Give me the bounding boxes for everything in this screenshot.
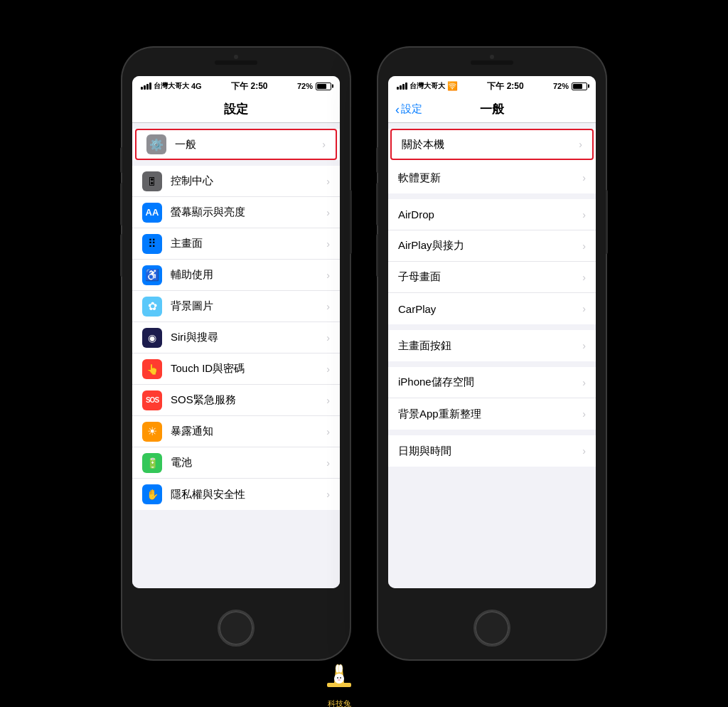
- section-inner-group2: 🎛 控制中心 › AA 螢幕顯示與亮度 › ⠿: [132, 166, 340, 510]
- settings-item-datetime[interactable]: 日期與時間 ›: [388, 435, 596, 467]
- battery-pct-2: 72%: [553, 82, 569, 90]
- chevron-home: ›: [326, 238, 330, 250]
- signal-bars-2: [397, 83, 407, 90]
- settings-content-2[interactable]: 關於本機 › 軟體更新 › AirDrop ›: [388, 123, 596, 588]
- battery-icon-2: [572, 83, 587, 90]
- settings-item-accessibility[interactable]: ♿ 輔助使用 ›: [132, 260, 340, 291]
- settings-item-airplay[interactable]: AirPlay與接力 ›: [388, 230, 596, 262]
- signal-bars-1: [141, 83, 151, 90]
- label-privacy: 隱私權與安全性: [171, 488, 322, 501]
- back-label-2: 設定: [401, 102, 422, 116]
- chevron-general: ›: [322, 139, 326, 150]
- chevron-airdrop: ›: [582, 209, 586, 220]
- status-right-2: 72%: [553, 82, 587, 90]
- chevron-carplay: ›: [582, 303, 586, 314]
- settings-item-wallpaper[interactable]: ✿ 背景圖片 ›: [132, 291, 340, 322]
- status-bar-2: 台灣大哥大 🛜 下午 2:50 72%: [388, 76, 596, 96]
- battery-body-2: [572, 83, 587, 90]
- icon-control-center: 🎛: [142, 171, 162, 191]
- settings-item-airdrop[interactable]: AirDrop ›: [388, 199, 596, 230]
- home-button-2[interactable]: [473, 610, 510, 647]
- phone-2-screen: 台灣大哥大 🛜 下午 2:50 72% ‹ 設定 一般: [388, 76, 596, 588]
- settings-item-pip[interactable]: 子母畫面 ›: [388, 262, 596, 293]
- chevron-touchid: ›: [326, 363, 330, 375]
- status-bar-1: 台灣大哥大 4G 下午 2:50 72%: [132, 76, 340, 96]
- section-inner-2-3: 主畫面按鈕 ›: [388, 330, 596, 361]
- volume-down-button: [120, 234, 122, 277]
- section-2-2: AirDrop › AirPlay與接力 › 子母畫面 › CarPlay ›: [388, 199, 596, 324]
- icon-general: ⚙️: [146, 134, 166, 154]
- signal-bar-2-1: [397, 87, 399, 90]
- signal-bar-3: [146, 84, 149, 90]
- chevron-cc: ›: [326, 176, 330, 187]
- icon-siri: ◉: [142, 328, 162, 348]
- battery-fill-1: [317, 84, 326, 89]
- status-left-1: 台灣大哥大 4G: [141, 81, 202, 91]
- settings-item-siri[interactable]: ◉ Siri與搜尋 ›: [132, 322, 340, 354]
- icon-display: AA: [142, 203, 162, 223]
- section-2-1: 關於本機 › 軟體更新 ›: [388, 129, 596, 193]
- signal-bar-2-4: [405, 83, 407, 90]
- settings-item-control-center[interactable]: 🎛 控制中心 ›: [132, 166, 340, 197]
- back-chevron-2: ‹: [395, 103, 400, 116]
- settings-item-display[interactable]: AA 螢幕顯示與亮度 ›: [132, 197, 340, 228]
- settings-item-about[interactable]: 關於本機 ›: [390, 129, 594, 160]
- label-exposure: 暴露通知: [171, 425, 322, 438]
- settings-item-home[interactable]: ⠿ 主畫面 ›: [132, 228, 340, 260]
- chevron-home-btn: ›: [582, 340, 586, 351]
- label-airplay: AirPlay與接力: [398, 239, 578, 253]
- settings-item-carplay[interactable]: CarPlay ›: [388, 293, 596, 324]
- settings-item-bg-refresh[interactable]: 背景App重新整理 ›: [388, 398, 596, 430]
- nav-title-1: 設定: [224, 101, 248, 117]
- nav-back-2[interactable]: ‹ 設定: [395, 102, 422, 116]
- section-group1: ⚙️ 一般 ›: [132, 129, 340, 160]
- chevron-pip: ›: [582, 272, 586, 283]
- section-inner-group1: ⚙️ 一般 ›: [132, 129, 340, 160]
- label-control-center: 控制中心: [171, 174, 322, 188]
- nav-title-2: 一般: [480, 101, 504, 117]
- section-inner-2-4: iPhone儲存空間 › 背景App重新整理 ›: [388, 367, 596, 430]
- section-inner-2-5: 日期與時間 ›: [388, 435, 596, 467]
- settings-item-sos[interactable]: SOS SOS緊急服務 ›: [132, 385, 340, 416]
- settings-item-home-button[interactable]: 主畫面按鈕 ›: [388, 330, 596, 361]
- signal-bar-2-2: [400, 85, 402, 90]
- svg-point-2: [338, 664, 343, 673]
- section-inner-2-2: AirDrop › AirPlay與接力 › 子母畫面 › CarPlay ›: [388, 199, 596, 324]
- home-button-1[interactable]: [218, 610, 255, 647]
- settings-item-storage[interactable]: iPhone儲存空間 ›: [388, 367, 596, 398]
- volume-up-button: [120, 183, 122, 225]
- settings-content-1[interactable]: ⚙️ 一般 › 🎛 控制中心 ›: [132, 123, 340, 588]
- section-group2: 🎛 控制中心 › AA 螢幕顯示與亮度 › ⠿: [132, 166, 340, 510]
- logo-icon: [321, 663, 357, 698]
- carrier-1: 台灣大哥大: [154, 81, 189, 91]
- nav-bar-1: 設定: [132, 96, 340, 123]
- phone-1: 台灣大哥大 4G 下午 2:50 72% 設定: [122, 48, 350, 659]
- power-button: [350, 190, 352, 254]
- settings-item-exposure[interactable]: ☀ 暴露通知 ›: [132, 416, 340, 447]
- label-home-button: 主畫面按鈕: [398, 339, 578, 353]
- settings-item-software-update[interactable]: 軟體更新 ›: [388, 162, 596, 193]
- section-inner-2-1: 關於本機 › 軟體更新 ›: [388, 129, 596, 193]
- status-time-2: 下午 2:50: [487, 80, 523, 92]
- settings-item-battery[interactable]: 🔋 電池 ›: [132, 447, 340, 479]
- battery-icon-1: [316, 83, 331, 90]
- settings-item-privacy[interactable]: ✋ 隱私權與安全性 ›: [132, 479, 340, 510]
- settings-item-touchid[interactable]: 👆 Touch ID與密碼 ›: [132, 354, 340, 385]
- volume-up-button-2: [376, 183, 378, 225]
- settings-item-general[interactable]: ⚙️ 一般 ›: [135, 129, 337, 160]
- chevron-privacy: ›: [326, 489, 330, 500]
- chevron-access: ›: [326, 270, 330, 281]
- chevron-sos: ›: [326, 395, 330, 406]
- svg-point-6: [338, 679, 341, 681]
- label-battery: 電池: [171, 456, 322, 469]
- label-accessibility: 輔助使用: [171, 268, 322, 282]
- label-sos: SOS緊急服務: [171, 393, 322, 407]
- power-button-2: [606, 190, 608, 254]
- chevron-exp: ›: [326, 426, 330, 437]
- status-right-1: 72%: [297, 82, 331, 90]
- section-2-5: 日期與時間 ›: [388, 435, 596, 467]
- logo-container: 科技兔: [321, 663, 357, 707]
- chevron-display: ›: [326, 207, 330, 218]
- chevron-wp: ›: [326, 301, 330, 312]
- label-datetime: 日期與時間: [398, 445, 578, 458]
